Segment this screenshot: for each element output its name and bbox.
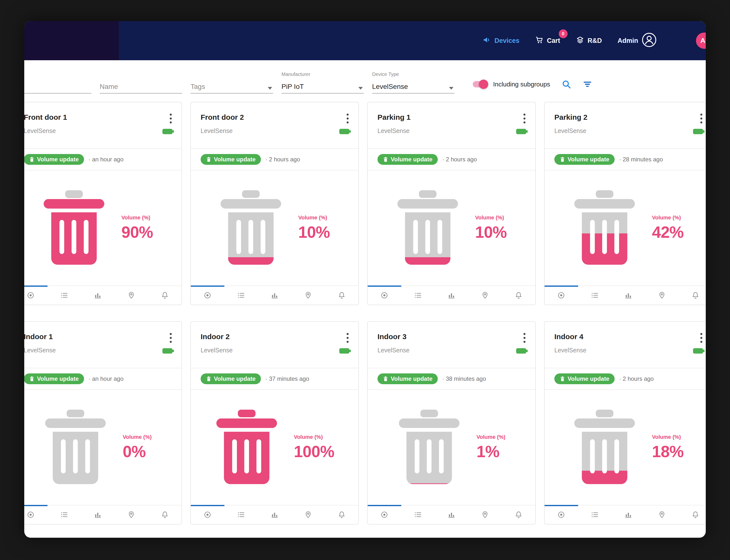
badge-label: Volume update	[568, 156, 609, 163]
manufacturer-select[interactable]: Manufacturer PiP IoT	[281, 80, 364, 94]
last-update-time: · an hour ago	[88, 156, 123, 163]
alerts-tab[interactable]	[679, 291, 706, 299]
list-tab[interactable]	[48, 511, 81, 519]
list-tab[interactable]	[224, 511, 258, 519]
cut-field[interactable]	[24, 80, 91, 94]
card-menu-button[interactable]	[523, 332, 527, 344]
device-type-select[interactable]: Device Type LevelSense	[372, 80, 455, 94]
battery-icon	[162, 348, 174, 355]
record-tab[interactable]	[24, 291, 48, 299]
card-header: Parking 2 LevelSense	[545, 102, 706, 149]
record-tab[interactable]	[191, 511, 224, 519]
location-tab[interactable]	[291, 291, 325, 299]
filter-list-button[interactable]	[583, 79, 592, 89]
bell-icon	[515, 511, 523, 519]
location-tab[interactable]	[114, 511, 148, 519]
last-update-time: · 38 minutes ago	[442, 375, 486, 382]
badge-label: Volume update	[391, 156, 433, 163]
device-manufacturer: LevelSense	[24, 347, 172, 354]
location-tab[interactable]	[645, 511, 679, 519]
chart-tab[interactable]	[81, 511, 115, 519]
chart-tab[interactable]	[612, 511, 645, 519]
volume-update-badge: Volume update	[201, 154, 261, 165]
manufacturer-label: Manufacturer	[281, 71, 310, 77]
status-row: Volume update · an hour ago	[24, 149, 181, 170]
list-tab[interactable]	[578, 511, 612, 519]
alerts-tab[interactable]	[325, 291, 358, 299]
alerts-tab[interactable]	[502, 291, 535, 299]
location-tab[interactable]	[468, 291, 502, 299]
record-tab[interactable]	[191, 291, 224, 299]
alerts-tab[interactable]	[148, 291, 181, 299]
tags-placeholder: Tags	[190, 83, 205, 91]
subgroups-toggle-group: Including subgroups	[472, 79, 592, 89]
badge-label: Volume update	[214, 375, 255, 382]
list-tab[interactable]	[48, 291, 81, 299]
location-tab[interactable]	[645, 291, 679, 299]
name-input[interactable]: Name	[100, 80, 182, 94]
search-button[interactable]	[562, 79, 571, 89]
nav-devices-label: Devices	[494, 37, 519, 45]
list-icon	[237, 511, 245, 519]
badge-label: Volume update	[568, 375, 609, 382]
location-tab[interactable]	[291, 511, 325, 519]
nav-devices[interactable]: Devices	[483, 36, 519, 46]
list-icon	[237, 291, 245, 299]
battery-icon	[339, 128, 351, 136]
badge-label: Volume update	[37, 156, 79, 163]
nav-cart-label: Cart	[547, 37, 560, 45]
list-icon	[591, 511, 599, 519]
active-tab-indicator	[191, 286, 224, 287]
volume-readout: Volume (%) 10%	[475, 214, 507, 241]
record-tab[interactable]	[545, 291, 578, 299]
record-tab[interactable]	[368, 511, 401, 519]
tags-select[interactable]: Tags	[190, 80, 273, 94]
device-manufacturer: LevelSense	[378, 347, 526, 354]
nav-admin[interactable]: Admin	[618, 32, 657, 49]
chart-tab[interactable]	[81, 291, 115, 299]
alerts-tab[interactable]	[148, 511, 181, 519]
chart-tab[interactable]	[258, 291, 291, 299]
active-tab-indicator	[545, 505, 578, 506]
list-tab[interactable]	[578, 291, 612, 299]
nav-rd[interactable]: R&D	[576, 36, 602, 46]
list-tab[interactable]	[224, 291, 258, 299]
card-menu-button[interactable]	[169, 332, 173, 344]
nav-cart[interactable]: Cart 0	[535, 36, 560, 46]
record-tab[interactable]	[545, 511, 578, 519]
location-tab[interactable]	[114, 291, 148, 299]
subgroups-label: Including subgroups	[493, 81, 550, 88]
list-tab[interactable]	[401, 291, 435, 299]
alerts-tab[interactable]	[502, 511, 535, 519]
card-menu-button[interactable]	[699, 113, 703, 124]
alerts-tab[interactable]	[679, 511, 706, 519]
card-menu-button[interactable]	[523, 113, 527, 124]
chart-tab[interactable]	[612, 291, 645, 299]
card-menu-button[interactable]	[345, 113, 349, 124]
record-tab[interactable]	[24, 511, 48, 519]
device-card: Parking 2 LevelSense Volume update	[544, 102, 706, 305]
last-update-time: · an hour ago	[88, 375, 123, 382]
record-icon	[557, 291, 565, 299]
name-placeholder: Name	[100, 83, 118, 91]
record-tab[interactable]	[368, 291, 401, 299]
location-tab[interactable]	[468, 511, 502, 519]
device-type-value: LevelSense	[372, 83, 408, 91]
chart-tab[interactable]	[258, 511, 291, 519]
alerts-tab[interactable]	[325, 511, 358, 519]
trash-icon	[29, 157, 35, 162]
chart-tab[interactable]	[435, 511, 468, 519]
volume-label: Volume (%)	[123, 434, 152, 440]
card-menu-button[interactable]	[345, 332, 349, 344]
active-tab-indicator	[24, 286, 48, 287]
location-icon	[481, 511, 489, 519]
card-toolbar	[368, 505, 535, 524]
list-tab[interactable]	[401, 511, 435, 519]
subgroups-toggle[interactable]	[472, 81, 488, 87]
battery-icon	[162, 128, 174, 136]
device-card: Parking 1 LevelSense Volume update	[367, 102, 536, 305]
card-menu-button[interactable]	[699, 332, 703, 344]
chart-tab[interactable]	[435, 291, 468, 299]
device-title: Parking 2	[554, 113, 702, 121]
card-menu-button[interactable]	[169, 113, 173, 124]
